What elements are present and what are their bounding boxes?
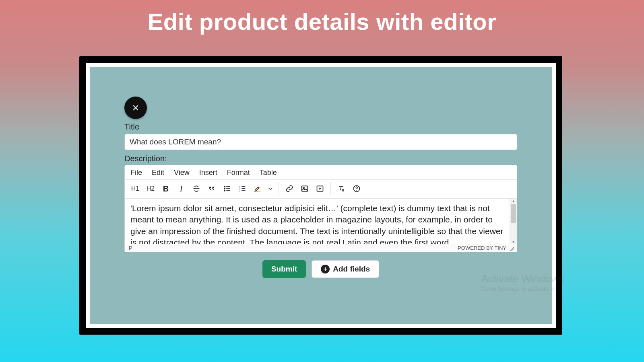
svg-point-4 (224, 188, 225, 189)
svg-point-23 (356, 190, 357, 191)
bullet-list-button[interactable] (220, 181, 234, 196)
bold-button[interactable]: B (159, 181, 173, 196)
toolbar-separator (330, 182, 331, 195)
blockquote-button[interactable] (204, 181, 219, 196)
scroll-up-icon[interactable]: ▴ (510, 199, 517, 203)
clear-format-button[interactable] (334, 181, 349, 196)
title-input[interactable] (124, 134, 517, 150)
media-button[interactable] (313, 181, 327, 196)
help-icon (353, 185, 361, 193)
link-button[interactable] (282, 181, 297, 196)
image-icon (301, 185, 309, 193)
powered-by-label: POWERED BY TINY (458, 245, 506, 251)
highlight-color-dropdown[interactable] (266, 181, 275, 196)
svg-marker-19 (319, 188, 321, 190)
status-path[interactable]: P (129, 245, 132, 251)
submit-button[interactable]: Submit (262, 260, 306, 278)
menu-view[interactable]: View (174, 169, 190, 177)
strikethrough-button[interactable] (189, 181, 204, 196)
highlight-icon (254, 185, 262, 193)
image-button[interactable] (297, 181, 312, 196)
rich-text-editor: File Edit View Insert Format Table H1 H2… (124, 165, 517, 252)
form-actions: Submit + Add fields (124, 260, 517, 278)
modal-backdrop: Title Description: File Edit View Insert… (90, 67, 552, 324)
plus-icon: + (321, 265, 330, 274)
title-label: Title (124, 122, 517, 132)
highlight-color-button[interactable] (250, 181, 265, 196)
svg-point-3 (224, 186, 225, 187)
description-label: Description: (124, 154, 517, 163)
editor-toolbar: H1 H2 B I (125, 179, 517, 199)
svg-text:3: 3 (239, 189, 240, 192)
italic-button[interactable]: I (174, 181, 188, 196)
svg-rect-15 (255, 191, 260, 192)
watermark-line2: Go to Settings to activate Wi (481, 285, 564, 292)
close-button[interactable] (124, 97, 147, 119)
svg-rect-16 (302, 186, 308, 191)
scroll-down-icon[interactable]: ▾ (510, 239, 517, 244)
editor-statusbar: P POWERED BY TINY (125, 244, 517, 252)
numbered-list-icon: 123 (238, 185, 246, 193)
add-fields-label: Add fields (333, 265, 370, 274)
scroll-thumb[interactable] (511, 204, 516, 223)
menu-format[interactable]: Format (227, 169, 250, 177)
link-icon (285, 185, 293, 193)
menu-file[interactable]: File (130, 169, 142, 177)
help-button[interactable] (349, 181, 364, 196)
add-fields-button[interactable]: + Add fields (312, 260, 379, 278)
menu-edit[interactable]: Edit (152, 169, 164, 177)
close-icon (132, 104, 139, 111)
clear-format-icon (337, 185, 345, 193)
menu-insert[interactable]: Insert (199, 169, 217, 177)
editor-content[interactable]: 'Lorem ipsum dolor sit amet, consectetur… (125, 199, 510, 244)
screenshot-frame: Title Description: File Edit View Insert… (79, 56, 562, 335)
heading2-button[interactable]: H2 (143, 181, 158, 196)
quote-icon (208, 185, 216, 193)
editor-menubar: File Edit View Insert Format Table (125, 165, 517, 179)
editor-scrollbar[interactable]: ▴ ▾ (510, 199, 517, 244)
toolbar-separator (279, 182, 279, 195)
page-heading: Edit product details with editor (0, 8, 644, 35)
frame-inner: Title Description: File Edit View Insert… (86, 63, 556, 328)
video-icon (316, 185, 324, 193)
chevron-down-icon (266, 185, 275, 193)
menu-table[interactable]: Table (260, 169, 277, 177)
strikethrough-icon (192, 185, 200, 193)
resize-handle-icon[interactable] (509, 245, 514, 251)
heading1-button[interactable]: H1 (128, 181, 142, 196)
bullet-list-icon (223, 185, 231, 193)
numbered-list-button[interactable]: 123 (235, 181, 250, 196)
svg-point-5 (224, 190, 225, 191)
edit-product-modal: Title Description: File Edit View Insert… (124, 97, 517, 278)
